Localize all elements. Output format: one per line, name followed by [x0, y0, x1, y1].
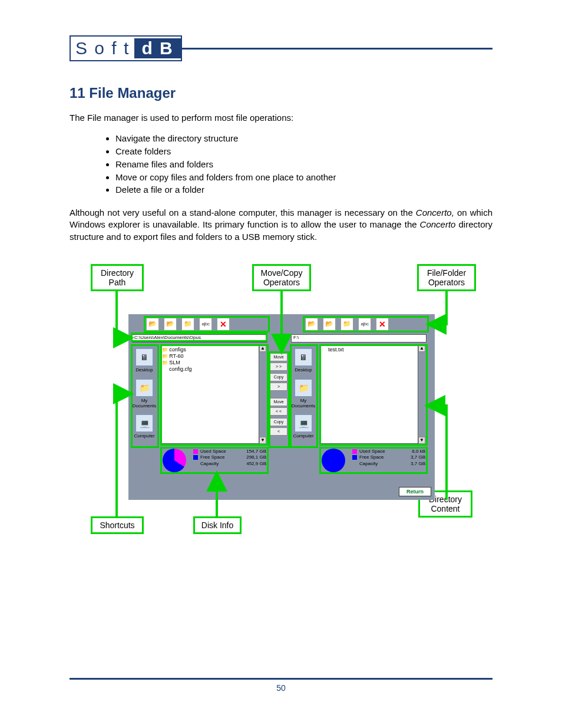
swatch-icon [352, 449, 357, 454]
callout-label: Disk Info [201, 521, 233, 530]
list-item[interactable]: SLM [162, 360, 257, 365]
pie-chart-icon [163, 449, 186, 472]
disk-value: 3,7 GB [397, 454, 425, 460]
shortcut-computer[interactable]: 💻Computer [132, 414, 157, 439]
shortcut-desktop[interactable]: 🖥Desktop [291, 348, 316, 373]
swatch-icon [193, 449, 198, 454]
desktop-icon: 🖥 [135, 348, 153, 366]
intro-text: The File manager is used to perform most… [70, 112, 492, 124]
para-em: Concerto, [416, 207, 454, 218]
page-number: 50 [276, 683, 286, 693]
shortcut-label: My Documents [292, 398, 315, 409]
left-toolbar: 📂 📂 📁 a|bc ✕ [146, 318, 230, 331]
shortcut-desktop[interactable]: 🖥Desktop [132, 348, 157, 373]
section-heading: 11 File Manager [70, 85, 492, 101]
pie-chart-icon [322, 449, 345, 472]
shortcut-label: My Documents [133, 398, 156, 409]
right-disk-values: 8,0 kB 3,7 GB 3,7 GB [397, 449, 425, 467]
right-file-list[interactable]: test.txt [319, 345, 418, 444]
disk-label: Capacity [200, 461, 219, 467]
logo-left: S o f t [71, 38, 134, 58]
list-item[interactable]: RT-60 [162, 353, 257, 359]
callout-disk-info: Disk Info [193, 516, 242, 534]
shortcut-computer[interactable]: 💻Computer [291, 414, 316, 439]
logo-bar: S o f t d B [70, 35, 492, 61]
logo-right: d B [134, 38, 180, 58]
copy-left-arrow-button[interactable]: < [270, 427, 287, 436]
open-folder-icon[interactable]: 📂 [164, 318, 177, 331]
callout-file-folder: File/Folder Operators [417, 264, 476, 291]
disk-label: Free Space [200, 454, 224, 460]
delete-icon[interactable]: ✕ [217, 318, 230, 331]
scroll-down-icon[interactable]: ▼ [418, 437, 425, 444]
callout-label: Shortcuts [100, 521, 134, 530]
right-disk-labels: Used Space Free Space Capacity [352, 449, 385, 467]
delete-icon[interactable]: ✕ [376, 318, 389, 331]
bullet-item: Create folders [115, 145, 492, 158]
disk-value: 298,1 GB [238, 454, 266, 460]
computer-icon: 💻 [295, 414, 312, 432]
bullet-item: Delete a file or a folder [115, 183, 492, 196]
desktop-icon: 🖥 [295, 348, 312, 366]
figure: Directory Path Move/Copy Operators File/… [70, 264, 494, 535]
list-item[interactable]: test.txt [321, 347, 416, 353]
rename-icon[interactable]: a|bc [199, 318, 212, 331]
bullet-item: Navigate the directory structure [115, 132, 492, 145]
disk-label: Used Space [200, 449, 226, 454]
callout-label: File/Folder Operators [427, 268, 466, 287]
swatch-icon [352, 455, 357, 460]
disk-value: 8,0 kB [397, 449, 425, 454]
shortcut-label: Computer [293, 433, 313, 439]
copy-right-arrow-button[interactable]: > [270, 383, 287, 391]
paragraph: Although not very useful on a stand-alon… [70, 207, 492, 243]
move-left-arrow-button[interactable]: < < [270, 407, 287, 416]
move-left-button[interactable]: Move [270, 398, 287, 406]
left-disk-values: 154,7 GB 298,1 GB 452,9 GB [238, 449, 266, 467]
copy-right-button[interactable]: Copy [270, 373, 287, 381]
disk-label: Capacity [359, 461, 378, 467]
logo: S o f t d B [70, 35, 182, 61]
shortcut-label: Desktop [135, 367, 153, 373]
rename-icon[interactable]: a|bc [358, 318, 371, 331]
disk-value: 3,7 GB [397, 461, 425, 467]
new-folder-icon[interactable]: 📁 [181, 318, 194, 331]
right-path[interactable]: F:\ [291, 334, 427, 342]
scroll-down-icon[interactable]: ▼ [259, 437, 266, 444]
callout-shortcuts: Shortcuts [91, 516, 144, 534]
disk-label: Free Space [359, 454, 384, 460]
disk-value: 452,9 GB [238, 461, 266, 467]
bullet-item: Move or copy files and folders from one … [115, 171, 492, 184]
shortcut-documents[interactable]: 📁My Documents [291, 379, 316, 409]
file-manager-window: 📂 📂 📁 a|bc ✕ 📂 📂 📁 a|bc ✕ C:\Users\Alex\… [128, 314, 435, 500]
callout-label: Move/Copy Operators [261, 268, 303, 287]
shortcut-label: Desktop [295, 367, 312, 373]
open-folder-icon[interactable]: 📂 [323, 318, 336, 331]
scroll-up-icon[interactable]: ▲ [418, 345, 425, 352]
new-folder-icon[interactable]: 📁 [340, 318, 353, 331]
callout-directory-path: Directory Path [91, 264, 144, 291]
copy-left-button[interactable]: Copy [270, 418, 287, 426]
callout-label: Directory Path [101, 268, 134, 287]
list-item[interactable]: config.cfg [162, 366, 257, 372]
left-path[interactable]: C:\Users\Alex\Documents\Opus [132, 334, 267, 342]
para-text: Although not very useful on a stand-alon… [70, 207, 416, 218]
left-file-list[interactable]: configs RT-60 SLM config.cfg [160, 345, 259, 444]
documents-icon: 📁 [135, 379, 153, 397]
right-toolbar: 📂 📂 📁 a|bc ✕ [305, 318, 389, 331]
scroll-up-icon[interactable]: ▲ [259, 345, 266, 352]
return-button[interactable]: Return [399, 487, 431, 496]
up-folder-icon[interactable]: 📂 [146, 318, 159, 331]
shortcut-label: Computer [134, 433, 154, 439]
shortcut-documents[interactable]: 📁My Documents [132, 379, 157, 409]
up-folder-icon[interactable]: 📂 [305, 318, 318, 331]
move-right-arrow-button[interactable]: > > [270, 363, 287, 371]
computer-icon: 💻 [135, 414, 153, 432]
bullet-list: Navigate the directory structure Create … [115, 132, 492, 196]
disk-value: 154,7 GB [238, 449, 266, 454]
left-disk-labels: Used Space Free Space Capacity [193, 449, 226, 467]
documents-icon: 📁 [295, 379, 312, 397]
swatch-icon [193, 455, 198, 460]
list-item[interactable]: configs [162, 347, 257, 353]
bullet-item: Rename files and folders [115, 158, 492, 171]
move-right-button[interactable]: Move [270, 353, 287, 361]
